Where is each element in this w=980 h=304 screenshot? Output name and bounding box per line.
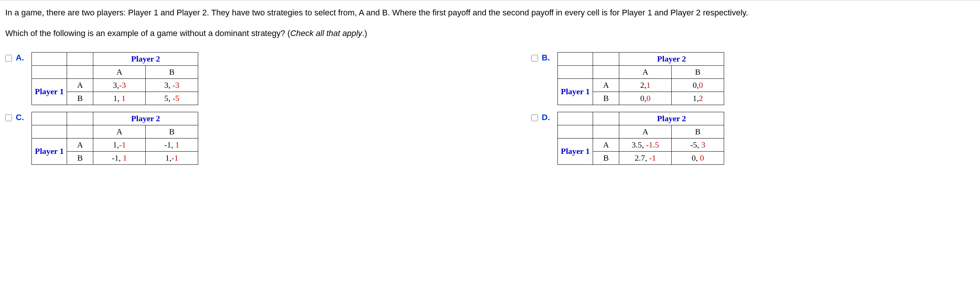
corner-cell [558,52,593,65]
payoff-p1: 0 [693,80,697,90]
q2-suffix: .) [362,29,367,38]
col-B-label: B [672,65,724,78]
row-A-label: A [67,138,93,151]
row-B-label: B [593,151,619,165]
cell-B-AA: 2,1 [619,78,672,91]
cell-C-BA: -1, 1 [93,151,146,165]
cell-B-BB: 1,2 [672,91,724,105]
payoff-p2: 1 [121,93,126,103]
col-B-label: B [146,125,198,138]
option-A: A. Player 2 A B Player 1 A 3,-3 3, -3 B [5,52,449,105]
payoff-p1: -1 [164,140,171,149]
payoff-p2: -1 [119,140,126,149]
option-B-head: B. [531,52,554,63]
corner-cell [558,112,593,125]
checkbox-B[interactable] [531,55,538,62]
option-C-head: C. [5,112,28,122]
cell-B-AB: 0,0 [672,78,724,91]
corner-cell [593,52,619,65]
payoff-p2: 1 [123,153,127,163]
payoff-sep: , [169,80,173,90]
payoff-p2: 1 [646,80,650,90]
blank-cell [558,65,593,78]
payoff-matrix-B: Player 2 A B Player 1 A 2,1 0,0 B 0,0 1,… [557,52,724,105]
player2-header: Player 2 [619,112,724,125]
option-B: B. Player 2 A B Player 1 A 2,1 0,0 B [531,52,975,105]
question-block: In a game, there are two players: Player… [0,0,980,39]
option-A-head: A. [5,52,28,63]
payoff-sep: , [696,153,700,163]
payoff-p2: -1 [649,153,656,163]
payoff-matrix-A: Player 2 A B Player 1 A 3,-3 3, -3 B 1, … [32,52,198,105]
blank-cell [67,65,93,78]
payoff-matrix-C: Player 2 A B Player 1 A 1,-1 -1, 1 B -1,… [32,112,198,165]
checkbox-C[interactable] [5,114,12,121]
row-A-label: A [593,138,619,151]
payoff-matrix-D: Player 2 A B Player 1 A 3.5, -1.5 -5, 3 … [557,112,724,165]
payoff-p1: 1 [165,153,169,163]
payoff-p1: 0 [692,153,696,163]
corner-cell [593,112,619,125]
player1-header: Player 1 [558,138,593,165]
option-B-letter: B. [542,53,550,63]
cell-A-AB: 3, -3 [146,78,198,91]
corner-cell [32,112,67,125]
blank-cell [32,65,67,78]
cell-D-BB: 0, 0 [672,151,724,165]
col-A-label: A [619,125,672,138]
blank-cell [593,125,619,138]
payoff-p1: 1 [693,93,697,103]
checkbox-D[interactable] [531,114,538,121]
payoff-p1: -5 [690,140,697,149]
row-B-label: B [67,151,93,165]
col-A-label: A [619,65,672,78]
q2-prefix: Which of the following is an example of … [5,29,290,38]
cell-C-BB: 1,-1 [146,151,198,165]
blank-cell [558,125,593,138]
option-C: C. Player 2 A B Player 1 A 1,-1 -1, 1 B [5,112,449,165]
player2-header: Player 2 [93,52,198,65]
payoff-p2: 3 [701,140,705,149]
payoff-p2: -3 [119,80,126,90]
payoff-p2: 0 [698,80,703,90]
payoff-p1: 0 [640,93,644,103]
payoff-p1: 2 [640,80,644,90]
corner-cell [32,52,67,65]
option-C-letter: C. [16,113,24,122]
payoff-p2: 0 [700,153,704,163]
checkbox-A[interactable] [5,55,12,62]
question-line-1: In a game, there are two players: Player… [5,7,975,19]
option-D-head: D. [531,112,554,122]
cell-A-BA: 1, 1 [93,91,146,105]
row-B-label: B [67,91,93,105]
payoff-p1: 5 [164,93,169,103]
payoff-p1: 1 [113,93,117,103]
cell-A-AA: 3,-3 [93,78,146,91]
payoff-p1: 3.5 [632,140,642,149]
payoff-sep: , [119,153,123,163]
col-A-label: A [93,125,146,138]
row-A-label: A [67,78,93,91]
question-line-2: Which of the following is an example of … [5,28,975,39]
corner-cell [67,112,93,125]
cell-A-BB: 5, -5 [146,91,198,105]
cell-B-BA: 0,0 [619,91,672,105]
q2-emphasis: Check all that apply [290,29,362,38]
payoff-p1: -1 [112,153,119,163]
payoff-sep: , [117,93,121,103]
col-B-label: B [146,65,198,78]
option-D-letter: D. [542,113,550,122]
player2-header: Player 2 [619,52,724,65]
payoff-sep: , [169,93,173,103]
payoff-sep: , [642,140,646,149]
payoff-p2: -3 [173,80,180,90]
corner-cell [67,52,93,65]
option-A-letter: A. [16,53,24,63]
player1-header: Player 1 [558,78,593,105]
payoff-p1: 3 [113,80,117,90]
payoff-p2: -1.5 [646,140,659,149]
payoff-p1: 3 [164,80,169,90]
payoff-sep: , [697,140,701,149]
payoff-sep: , [645,153,649,163]
blank-cell [593,65,619,78]
